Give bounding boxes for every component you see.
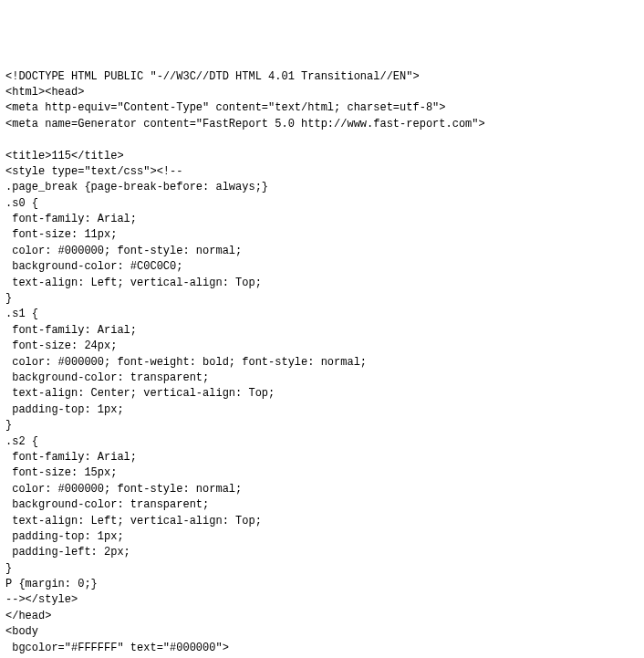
code-line: color: #000000; font-style: normal; xyxy=(5,244,639,259)
code-line: color: #000000; font-weight: bold; font-… xyxy=(5,355,639,371)
code-line: } xyxy=(5,418,639,433)
code-line: background-color: transparent; xyxy=(5,371,639,386)
code-line: color: #000000; font-style: normal; xyxy=(5,482,639,497)
code-line: <style type="text/css"><!-- xyxy=(5,164,639,180)
code-line: } xyxy=(5,561,639,577)
code-line: font-size: 24px; xyxy=(5,339,639,354)
code-line: text-align: Center; vertical-align: Top; xyxy=(5,386,639,402)
code-line: background-color: transparent; xyxy=(5,497,639,513)
code-line: font-size: 15px; xyxy=(5,465,639,481)
code-line: --></style> xyxy=(5,592,639,608)
code-line: .s1 { xyxy=(5,307,639,322)
code-line: .s0 { xyxy=(5,196,639,212)
code-line: </head> xyxy=(5,609,639,624)
code-line: <!DOCTYPE HTML PUBLIC "-//W3C//DTD HTML … xyxy=(5,69,639,85)
code-line: padding-top: 1px; xyxy=(5,529,639,545)
code-line: <html><head> xyxy=(5,85,639,100)
code-line: P {margin: 0;} xyxy=(5,577,639,592)
code-line: .page_break {page-break-before: always;} xyxy=(5,180,639,195)
code-line: font-family: Arial; xyxy=(5,323,639,339)
code-line: background-color: #C0C0C0; xyxy=(5,259,639,275)
code-line: font-family: Arial; xyxy=(5,212,639,227)
code-line: <title>115</title> xyxy=(5,149,639,164)
code-line: text-align: Left; vertical-align: Top; xyxy=(5,276,639,291)
code-line: <meta name=Generator content="FastReport… xyxy=(5,117,639,132)
code-line: text-align: Left; vertical-align: Top; xyxy=(5,514,639,529)
code-line: padding-top: 1px; xyxy=(5,402,639,418)
code-line: <meta http-equiv="Content-Type" content=… xyxy=(5,100,639,116)
source-code-listing: <!DOCTYPE HTML PUBLIC "-//W3C//DTD HTML … xyxy=(5,69,639,658)
code-line: font-size: 11px; xyxy=(5,227,639,243)
code-line: } xyxy=(5,291,639,307)
code-line: <body xyxy=(5,624,639,640)
code-line: bgcolor="#FFFFFF" text="#000000"> xyxy=(5,641,639,656)
code-line: .s2 { xyxy=(5,434,639,450)
code-line: font-family: Arial; xyxy=(5,450,639,465)
code-line: padding-left: 2px; xyxy=(5,545,639,560)
code-line xyxy=(5,132,639,148)
